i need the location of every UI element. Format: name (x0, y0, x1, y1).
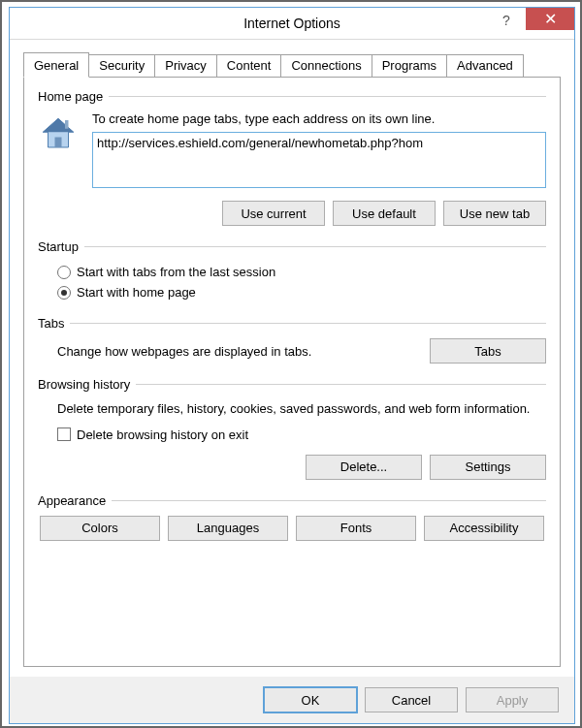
homepage-url-input[interactable]: http://services.eshield.com/general/newh… (92, 132, 546, 188)
radio-home-page[interactable]: Start with home page (38, 282, 546, 302)
group-title-history: Browsing history (38, 377, 136, 392)
group-title-tabs: Tabs (38, 316, 70, 331)
tab-panel-general: Home page To create home page tabs, type (23, 77, 561, 667)
window-title: Internet Options (243, 16, 340, 31)
divider (109, 96, 546, 97)
svg-rect-3 (65, 120, 69, 129)
group-history: Browsing history Delete temporary files,… (38, 377, 546, 480)
radio-icon (57, 266, 71, 279)
radio-icon (57, 286, 71, 300)
tabs-description: Change how webpages are displayed in tab… (57, 344, 430, 359)
tab-connections[interactable]: Connections (280, 54, 372, 77)
home-icon (38, 113, 79, 154)
group-tabs: Tabs Change how webpages are displayed i… (38, 316, 546, 364)
titlebar: Internet Options ? ✕ (10, 8, 574, 40)
radio-label: Start with home page (77, 285, 196, 300)
delete-on-exit-checkbox[interactable]: Delete browsing history on exit (38, 425, 546, 445)
use-default-button[interactable]: Use default (333, 201, 436, 226)
settings-button[interactable]: Settings (430, 455, 546, 480)
svg-rect-1 (55, 138, 62, 148)
close-icon: ✕ (544, 10, 557, 28)
tab-privacy[interactable]: Privacy (154, 54, 217, 77)
divider (136, 384, 546, 385)
ok-button[interactable]: OK (264, 687, 357, 712)
group-title-startup: Startup (38, 239, 84, 254)
radio-label: Start with tabs from the last session (77, 265, 275, 279)
titlebar-buttons: ? ✕ (487, 8, 574, 33)
delete-button[interactable]: Delete... (306, 455, 422, 480)
tab-general[interactable]: General (23, 52, 89, 78)
tab-security[interactable]: Security (88, 54, 155, 77)
tab-strip: General Security Privacy Content Connect… (23, 51, 561, 77)
history-description: Delete temporary files, history, cookies… (38, 399, 546, 419)
divider (112, 500, 546, 501)
group-homepage: Home page To create home page tabs, type (38, 89, 546, 226)
group-startup: Startup Start with tabs from the last se… (38, 239, 546, 302)
group-appearance: Appearance Colors Languages Fonts Access… (38, 493, 546, 541)
use-new-tab-button[interactable]: Use new tab (443, 201, 546, 226)
apply-button[interactable]: Apply (466, 687, 559, 712)
help-icon: ? (502, 13, 510, 28)
checkbox-label: Delete browsing history on exit (77, 427, 248, 442)
tab-advanced[interactable]: Advanced (446, 54, 524, 77)
divider (70, 323, 546, 324)
group-title-homepage: Home page (38, 89, 109, 104)
group-title-appearance: Appearance (38, 493, 112, 508)
divider (84, 246, 546, 247)
tab-programs[interactable]: Programs (372, 54, 447, 77)
homepage-description: To create home page tabs, type each addr… (92, 111, 546, 126)
svg-marker-2 (43, 118, 74, 132)
radio-last-session[interactable]: Start with tabs from the last session (38, 262, 546, 282)
colors-button[interactable]: Colors (40, 516, 160, 541)
cancel-button[interactable]: Cancel (365, 687, 458, 712)
dialog-footer: OK Cancel Apply (10, 677, 574, 723)
fonts-button[interactable]: Fonts (296, 516, 416, 541)
dialog-content: General Security Privacy Content Connect… (10, 40, 574, 677)
tab-content[interactable]: Content (216, 54, 282, 77)
dialog-window: Internet Options ? ✕ General Security Pr… (9, 7, 575, 724)
tabs-button[interactable]: Tabs (430, 338, 546, 364)
languages-button[interactable]: Languages (168, 516, 288, 541)
use-current-button[interactable]: Use current (222, 201, 325, 226)
checkbox-icon (57, 427, 71, 441)
accessibility-button[interactable]: Accessibility (424, 516, 544, 541)
close-button[interactable]: ✕ (526, 8, 574, 30)
help-button[interactable]: ? (487, 8, 526, 33)
